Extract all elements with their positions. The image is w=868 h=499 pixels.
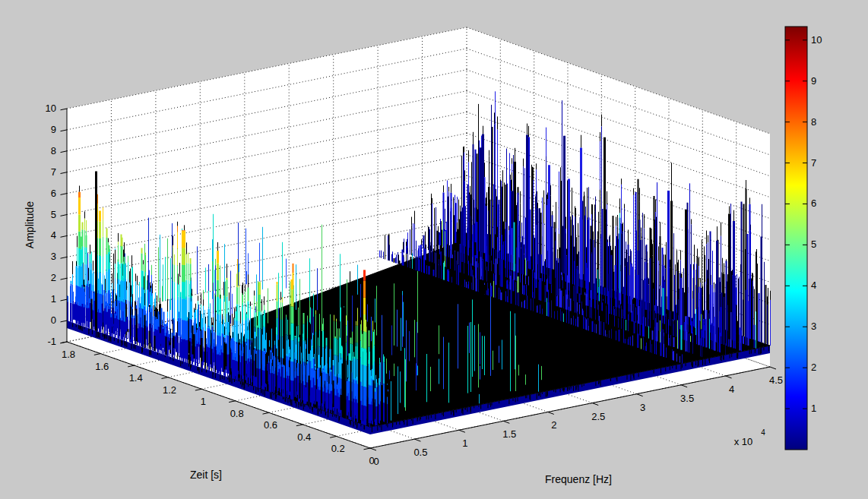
z-tick-label: -1 <box>47 336 56 347</box>
colorbar-tick-label: 1 <box>811 403 816 414</box>
y-tick-label: 1.8 <box>62 349 75 360</box>
z-tick-label: 9 <box>51 124 56 135</box>
z-tick-label: 4 <box>51 229 56 241</box>
z-tick-label: 3 <box>51 251 56 262</box>
x-axis-exponent-power: 4 <box>761 428 765 437</box>
y-tick-label: 1.4 <box>129 372 143 384</box>
x-tick-label: 2.5 <box>591 411 605 422</box>
y-tick-label: 1 <box>201 396 206 407</box>
colorbar-bar <box>785 27 807 450</box>
figure-canvas[interactable]: -101234567891000.20.40.60.811.21.41.61.8… <box>0 0 868 499</box>
y-tick-label: 1.2 <box>163 384 176 396</box>
matlab-figure-window: -101234567891000.20.40.60.811.21.41.61.8… <box>0 0 868 499</box>
y-tick-label: 1.6 <box>95 361 109 372</box>
z-tick-label: 2 <box>51 272 56 283</box>
y-tick-label: 0.4 <box>297 431 311 443</box>
y-tick-label: 0.8 <box>230 408 244 419</box>
colorbar-tick-label: 9 <box>811 75 816 87</box>
z-tick-label: 8 <box>51 145 56 156</box>
x-tick-label: 4 <box>729 384 734 395</box>
z-tick-label: 6 <box>51 188 56 199</box>
x-tick-label: 4.5 <box>769 374 783 386</box>
z-tick-label: 0 <box>51 314 56 326</box>
colorbar-tick-label: 7 <box>811 157 816 169</box>
x-axis-title: Frequenz [Hz] <box>545 473 612 485</box>
z-tick-label: 5 <box>51 209 56 220</box>
z-tick-label: 1 <box>51 293 56 305</box>
colorbar-tick-label: 10 <box>811 34 822 46</box>
x-tick-label: 0.5 <box>413 447 427 458</box>
z-tick-label: 10 <box>46 103 56 114</box>
x-tick-label: 1.5 <box>502 428 516 440</box>
colorbar-tick-label: 2 <box>811 362 816 373</box>
colorbar-tick-label: 3 <box>811 321 816 332</box>
y-tick-label: 0.6 <box>264 419 277 431</box>
colorbar-tick-label: 6 <box>811 197 816 209</box>
x-tick-label: 1 <box>462 437 467 449</box>
x-tick-label: 3 <box>640 402 645 413</box>
colorbar-tick-label: 5 <box>811 238 816 250</box>
z-tick-label: 7 <box>51 166 56 178</box>
x-axis-exponent: x 10 <box>734 436 753 447</box>
x-tick-label: 2 <box>551 419 556 431</box>
colorbar-tick-label: 4 <box>811 280 816 291</box>
y-tick-label: 0.2 <box>331 443 345 454</box>
colorbar-tick-label: 8 <box>811 116 816 128</box>
x-tick-label: 3.5 <box>680 393 694 404</box>
x-tick-label: 0 <box>373 456 379 467</box>
z-axis-title: Amplitude <box>24 201 36 248</box>
y-axis-title: Zeit [s] <box>190 469 222 481</box>
